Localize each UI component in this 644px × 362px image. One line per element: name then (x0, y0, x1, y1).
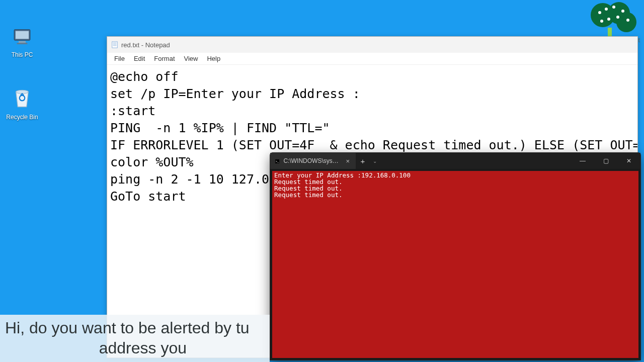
close-button[interactable]: ✕ (617, 153, 640, 169)
maximize-button[interactable]: ▢ (594, 153, 617, 169)
menu-file[interactable]: File (110, 54, 129, 63)
terminal-titlebar[interactable]: >_ C:\WINDOWS\system32\cmd. × + ⌄ ― ▢ ✕ (270, 153, 640, 169)
svg-point-15 (616, 16, 619, 19)
new-tab-button[interactable]: + (356, 153, 370, 169)
pc-icon (2, 26, 42, 49)
notepad-title: red.txt - Notepad (121, 41, 633, 49)
svg-point-13 (626, 19, 629, 22)
menu-help[interactable]: Help (203, 54, 224, 63)
terminal-tab[interactable]: >_ C:\WINDOWS\system32\cmd. × (270, 153, 356, 169)
desktop-icon-recycle-bin[interactable]: Recycle Bin (2, 86, 42, 121)
svg-rect-3 (17, 43, 28, 44)
terminal-output[interactable]: Enter your IP Address :192.168.0.100 Req… (272, 171, 638, 358)
tab-close-icon[interactable]: × (344, 157, 352, 165)
notepad-menubar: File Edit Format View Help (107, 53, 637, 65)
notepad-icon (111, 41, 118, 48)
cmd-icon: >_ (275, 158, 279, 164)
menu-format[interactable]: Format (150, 54, 179, 63)
svg-rect-2 (19, 41, 26, 43)
terminal-window: >_ C:\WINDOWS\system32\cmd. × + ⌄ ― ▢ ✕ … (270, 152, 641, 360)
notepad-titlebar[interactable]: red.txt - Notepad (107, 37, 637, 53)
desktop-icon-label: Recycle Bin (2, 114, 42, 121)
recycle-bin-icon (2, 86, 42, 112)
caption-line2: address you (99, 339, 187, 357)
svg-point-11 (612, 6, 615, 9)
svg-point-8 (616, 12, 636, 32)
tab-dropdown-icon[interactable]: ⌄ (370, 153, 380, 169)
svg-point-16 (600, 20, 603, 23)
svg-rect-1 (16, 31, 29, 39)
terminal-tab-title: C:\WINDOWS\system32\cmd. (283, 157, 340, 164)
svg-point-9 (598, 11, 601, 14)
desktop-icon-label: This PC (2, 51, 42, 58)
desktop-icon-this-pc[interactable]: This PC (2, 26, 42, 58)
svg-point-14 (607, 18, 610, 21)
svg-point-12 (621, 10, 624, 13)
caption-line1: Hi, do you want to be alerted by tu (5, 319, 250, 337)
caption-overlay: Hi, do you want to be alerted by tu addr… (0, 315, 270, 362)
minimize-button[interactable]: ― (571, 153, 594, 169)
svg-text:>_: >_ (276, 160, 279, 163)
menu-edit[interactable]: Edit (130, 54, 149, 63)
svg-rect-17 (112, 42, 118, 48)
menu-view[interactable]: View (180, 54, 202, 63)
svg-point-10 (605, 8, 608, 11)
